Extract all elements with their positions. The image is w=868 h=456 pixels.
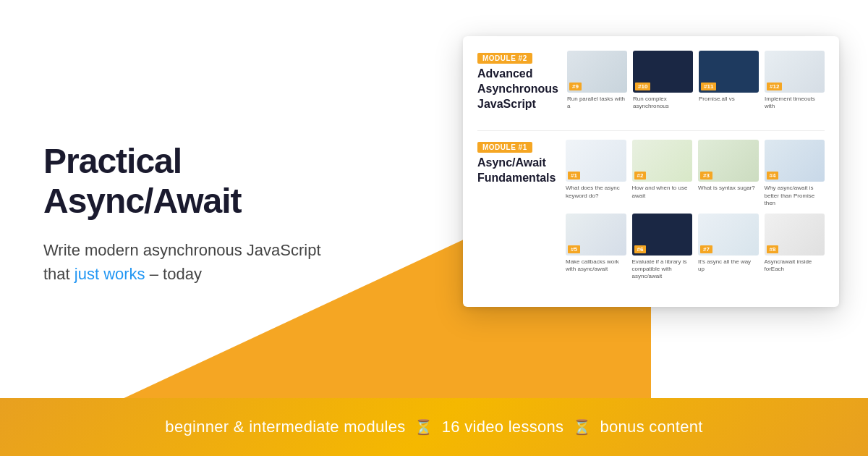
bottom-text-part1: beginner & intermediate modules xyxy=(165,418,405,436)
lesson-label: Evaluate if a library is compatible with… xyxy=(632,258,693,281)
module2-lesson-grid: #9 Run parallel tasks with a #10 Run com… xyxy=(567,51,825,111)
list-item: #8 Async/await inside forEach xyxy=(765,214,825,281)
lesson-num: #12 xyxy=(767,83,782,90)
lesson-num: #2 xyxy=(634,172,647,180)
list-item: #1 What does the async keyword do? xyxy=(566,140,626,207)
lesson-label: Run parallel tasks with a xyxy=(567,96,627,111)
lesson-label: Async/await inside forEach xyxy=(765,258,825,274)
module2-title: Advanced Asynchronous JavaScript xyxy=(477,67,558,111)
lesson-num: #1 xyxy=(568,172,580,180)
lesson-num: #3 xyxy=(700,172,712,180)
lesson-label: Make callbacks work with async/await xyxy=(566,258,626,274)
lesson-thumbnail: #10 xyxy=(633,51,693,93)
lesson-num: #5 xyxy=(568,245,580,253)
lesson-label: Implement timeouts with xyxy=(765,96,825,111)
lesson-label: What is syntax sugar? xyxy=(698,185,759,192)
lesson-thumbnail: #2 xyxy=(632,140,693,182)
lesson-label: How and when to use await xyxy=(632,185,693,200)
lesson-thumbnail: #12 xyxy=(765,51,825,93)
lesson-thumbnail: #3 xyxy=(698,140,759,182)
lesson-num: #9 xyxy=(569,83,582,90)
lesson-label: Why async/await is better than Promise t… xyxy=(765,185,825,207)
list-item: #3 What is syntax sugar? xyxy=(698,140,759,207)
subtitle: Write modern asynchronous JavaScript tha… xyxy=(43,238,347,286)
list-item: #12 Implement timeouts with xyxy=(765,51,825,111)
list-item: #11 Promise.all vs xyxy=(699,51,759,111)
lesson-thumbnail: #1 xyxy=(566,140,626,182)
module1-top-grid: #1 What does the async keyword do? #2 Ho… xyxy=(566,140,825,207)
module1-badge: MODULE #1 xyxy=(477,142,532,153)
module1-title: Async/Await Fundamentals xyxy=(477,156,557,186)
lesson-thumbnail: #7 xyxy=(698,214,759,256)
module2-section: MODULE #2 Advanced Asynchronous JavaScri… xyxy=(477,51,825,119)
lesson-thumbnail: #8 xyxy=(765,214,825,256)
list-item: #2 How and when to use await xyxy=(632,140,693,207)
module2-badge: MODULE #2 xyxy=(477,53,532,64)
lesson-thumbnail: #6 xyxy=(632,214,693,256)
lesson-thumbnail: #5 xyxy=(566,214,626,256)
lesson-thumbnail: #9 xyxy=(567,51,627,93)
hourglass-icon-2: ⏳ xyxy=(573,419,591,435)
lesson-label: Promise.all vs xyxy=(699,96,759,103)
hero-content: Practical Async/Await Write modern async… xyxy=(43,141,347,286)
bottom-bar-text: beginner & intermediate modules ⏳ 16 vid… xyxy=(165,418,702,436)
list-item: #9 Run parallel tasks with a xyxy=(567,51,627,111)
list-item: #5 Make callbacks work with async/await xyxy=(566,214,626,281)
hourglass-icon-1: ⏳ xyxy=(414,419,433,435)
list-item: #6 Evaluate if a library is compatible w… xyxy=(632,214,693,281)
lesson-num: #7 xyxy=(700,245,712,253)
module1-section: MODULE #1 Async/Await Fundamentals #1 Wh… xyxy=(477,140,825,280)
bottom-text-part2: 16 video lessons xyxy=(442,418,564,436)
lesson-num: #6 xyxy=(634,245,647,253)
bottom-bar: beginner & intermediate modules ⏳ 16 vid… xyxy=(0,398,868,456)
list-item: #10 Run complex asynchronous xyxy=(633,51,693,111)
subtitle-line1: Write modern asynchronous JavaScript xyxy=(43,241,321,259)
lesson-num: #8 xyxy=(767,245,779,253)
card-divider xyxy=(477,130,825,131)
lesson-label: Run complex asynchronous xyxy=(633,96,693,111)
lesson-num: #4 xyxy=(767,172,779,180)
list-item: #7 It's async all the way up xyxy=(698,214,759,281)
lesson-label: It's async all the way up xyxy=(698,258,759,274)
lesson-thumbnail: #11 xyxy=(699,51,759,93)
lesson-thumbnail: #4 xyxy=(765,140,825,182)
subtitle-line2-end: – today xyxy=(145,265,202,283)
lesson-label: What does the async keyword do? xyxy=(566,185,626,200)
module1-bottom-grid: #5 Make callbacks work with async/await … xyxy=(566,214,825,281)
page-title: Practical Async/Await xyxy=(43,141,347,221)
course-preview-card: MODULE #2 Advanced Asynchronous JavaScri… xyxy=(463,36,839,307)
subtitle-highlight: just works xyxy=(75,265,145,283)
bottom-text-part3: bonus content xyxy=(600,418,703,436)
list-item: #4 Why async/await is better than Promis… xyxy=(765,140,825,207)
subtitle-line2-start: that xyxy=(43,265,75,283)
lesson-num: #11 xyxy=(701,83,716,90)
lesson-num: #10 xyxy=(635,83,650,90)
